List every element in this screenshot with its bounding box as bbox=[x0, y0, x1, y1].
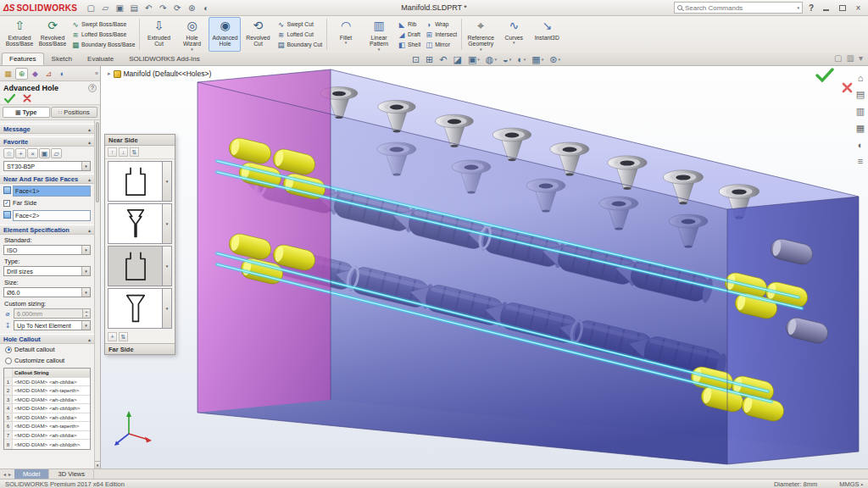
restore-icon[interactable] bbox=[836, 3, 849, 14]
previous-view-button[interactable]: ↶ bbox=[439, 53, 447, 65]
pm-tabs-overflow-icon[interactable]: » bbox=[95, 70, 98, 76]
dropdown-arrow-icon[interactable]: ▾ bbox=[480, 47, 482, 52]
scrollbar-thumb[interactable] bbox=[96, 122, 99, 202]
lofted-cut-button[interactable]: ≋Lofted Cut bbox=[276, 30, 322, 39]
add-favorite-icon[interactable]: + bbox=[15, 148, 26, 158]
appearance-icon[interactable]: ◐ bbox=[199, 2, 213, 14]
rebuild-icon[interactable]: ⟳ bbox=[170, 2, 184, 14]
tab-model[interactable]: Model bbox=[14, 469, 49, 479]
view-palette-icon[interactable]: ▦ bbox=[856, 123, 865, 134]
element-dropdown-icon[interactable]: ▾ bbox=[163, 288, 172, 329]
print-icon[interactable]: ▤ bbox=[127, 2, 141, 14]
section-near-far-faces[interactable]: Near And Far Side Faces ▴ bbox=[0, 174, 94, 184]
tab-evaluate[interactable]: Evaluate bbox=[80, 53, 121, 65]
confirm-cancel-icon[interactable] bbox=[842, 82, 853, 93]
file-explorer-icon[interactable]: ▥ bbox=[856, 106, 865, 117]
no-favorite-icon[interactable]: ☆ bbox=[3, 148, 14, 158]
tab-type[interactable]: ▣ Type bbox=[3, 107, 50, 118]
boundary-cut-button[interactable]: ▤Boundary Cut bbox=[276, 41, 322, 49]
expand-tree-icon[interactable]: ▸ bbox=[108, 70, 111, 77]
solidworks-logo[interactable]: ΔS SOLIDWORKS bbox=[3, 3, 77, 13]
apply-scene-button[interactable]: ▦▾ bbox=[531, 53, 543, 65]
open-icon[interactable]: ▱ bbox=[98, 2, 112, 14]
section-favorite[interactable]: Favorite ▴ bbox=[0, 136, 94, 147]
hole-element-3[interactable]: ▾ bbox=[108, 246, 172, 286]
callout-row[interactable]: 1<MOD-DIAM> <ah-cbfdia> bbox=[4, 378, 90, 387]
search-input[interactable] bbox=[685, 4, 794, 12]
undo-icon[interactable]: ↶ bbox=[142, 2, 155, 14]
near-face-list[interactable]: Face<1> bbox=[13, 186, 91, 197]
confirm-ok-icon[interactable] bbox=[815, 68, 834, 82]
new-icon[interactable]: ▢ bbox=[84, 2, 97, 14]
dimxpertmanager-tab[interactable]: ⊿ bbox=[42, 68, 55, 80]
standard-select[interactable]: ISO ▾ bbox=[3, 245, 91, 255]
scroll-down-icon[interactable]: ▾ bbox=[95, 461, 100, 469]
dropdown-arrow-icon[interactable]: ▾ bbox=[191, 47, 193, 52]
unit-system[interactable]: MMGS ▴ bbox=[839, 480, 863, 488]
counterbore-thumbnail[interactable] bbox=[108, 161, 163, 202]
callout-row[interactable]: 2<MOD-DIAM> <ah-taperth> bbox=[4, 386, 90, 396]
displaymanager-tab[interactable]: ◐ bbox=[56, 68, 69, 80]
hole-element-4[interactable]: ▾ bbox=[108, 288, 172, 329]
hole-element-1[interactable]: ▾ bbox=[108, 161, 172, 202]
save-icon[interactable]: ▣ bbox=[113, 2, 126, 14]
save-favorite-icon[interactable]: ▣ bbox=[39, 148, 50, 158]
section-view-button[interactable]: ◪ bbox=[453, 53, 462, 65]
tab-sketch[interactable]: Sketch bbox=[44, 53, 80, 65]
hide-show-items-button[interactable]: ◒▾ bbox=[503, 53, 511, 65]
face-item[interactable]: Face<2> bbox=[14, 211, 90, 220]
far-face-list[interactable]: Face<2> bbox=[13, 210, 91, 221]
element-dropdown-icon[interactable]: ▾ bbox=[163, 161, 172, 202]
wrap-button[interactable]: ◗Wrap bbox=[425, 20, 457, 29]
panes-icon[interactable]: ▥ bbox=[847, 53, 854, 63]
options-icon[interactable]: ⊛ bbox=[185, 2, 198, 14]
breadcrumb[interactable]: ▸ Manifold (Default<<Holes>) bbox=[108, 69, 211, 78]
countersink-stack-thumbnail[interactable] bbox=[108, 203, 163, 244]
configurationmanager-tab[interactable]: ◆ bbox=[29, 68, 42, 80]
element-down-icon[interactable]: ↓ bbox=[119, 147, 128, 157]
shell-button[interactable]: ◧Shell bbox=[398, 41, 420, 49]
end-condition-select[interactable]: Up To Next Element ▾ bbox=[14, 320, 91, 330]
tab-nav-right-icon[interactable]: ▸ bbox=[8, 471, 11, 477]
display-style-button[interactable]: ◍▾ bbox=[486, 53, 497, 65]
default-callout-radio[interactable]: Default callout bbox=[0, 344, 94, 355]
help-icon[interactable]: ? bbox=[806, 3, 816, 13]
featuremanager-tab[interactable]: ▦ bbox=[2, 68, 14, 80]
help-icon[interactable]: ? bbox=[88, 84, 97, 92]
load-favorite-icon[interactable]: ▱ bbox=[51, 148, 62, 158]
pm-ok-button[interactable] bbox=[4, 94, 15, 103]
far-side-checkbox[interactable]: ✓ Far Side bbox=[0, 197, 94, 208]
dropdown-arrow-icon[interactable]: ▾ bbox=[378, 47, 381, 52]
reference-geometry-button[interactable]: ⌖ReferenceGeometry▾ bbox=[465, 17, 497, 52]
tab-solidworks-add-ins[interactable]: SOLIDWORKS Add-Ins bbox=[121, 53, 208, 65]
rib-button[interactable]: ◣Rib bbox=[398, 20, 420, 29]
favorite-select[interactable]: ST30-B5P ▾ bbox=[3, 161, 91, 171]
swept-boss-base-button[interactable]: ∿Swept Boss/Base bbox=[71, 20, 135, 29]
countersink-thumbnail[interactable] bbox=[108, 288, 163, 329]
fillet-button[interactable]: ◠Fillet▾ bbox=[330, 17, 362, 52]
callout-row[interactable]: 7<MOD-DIAM> <ah-cbfdia> bbox=[4, 431, 90, 441]
lofted-boss-base-button[interactable]: ≋Lofted Boss/Base bbox=[71, 30, 135, 39]
intersect-button[interactable]: ⊞Intersect bbox=[425, 30, 457, 39]
instant3d-button[interactable]: ↘Instant3D bbox=[531, 17, 563, 52]
pm-cancel-button[interactable] bbox=[23, 94, 31, 103]
resources-icon[interactable]: ⌂ bbox=[858, 73, 864, 83]
linear-pattern-button[interactable]: ▥LinearPattern▾ bbox=[363, 17, 395, 52]
draft-button[interactable]: ◢Draft bbox=[398, 30, 420, 39]
dropdown-arrow-icon[interactable]: ▾ bbox=[345, 41, 348, 45]
element-dropdown-icon[interactable]: ▾ bbox=[163, 203, 172, 244]
hole-element-2[interactable]: ▾ bbox=[108, 203, 172, 244]
callout-row[interactable]: 3<MOD-DIAM> <ah-cbfdia> bbox=[4, 396, 90, 405]
section-element-specification[interactable]: Element Specification ▴ bbox=[0, 225, 94, 235]
panel-scrollbar[interactable]: ▾ bbox=[94, 120, 100, 469]
element-dropdown-icon[interactable]: ▾ bbox=[163, 246, 172, 286]
dropdown-arrow-icon[interactable]: ▾ bbox=[513, 41, 515, 45]
extruded-cut-button[interactable]: ⇩ExtrudedCut bbox=[142, 17, 175, 52]
hole-wizard-button[interactable]: ◎HoleWizard▾ bbox=[175, 17, 208, 52]
revolved-boss-base-button[interactable]: ⟳RevolvedBoss/Base bbox=[36, 17, 69, 52]
custom-size-input[interactable]: 6.000mm ▴ ▾ bbox=[14, 308, 91, 319]
counterbore-thumbnail[interactable] bbox=[108, 246, 163, 286]
far-side-header[interactable]: Far Side bbox=[105, 343, 175, 354]
element-up-icon[interactable]: ↑ bbox=[108, 147, 117, 157]
curves-button[interactable]: ∿Curves▾ bbox=[498, 17, 530, 52]
